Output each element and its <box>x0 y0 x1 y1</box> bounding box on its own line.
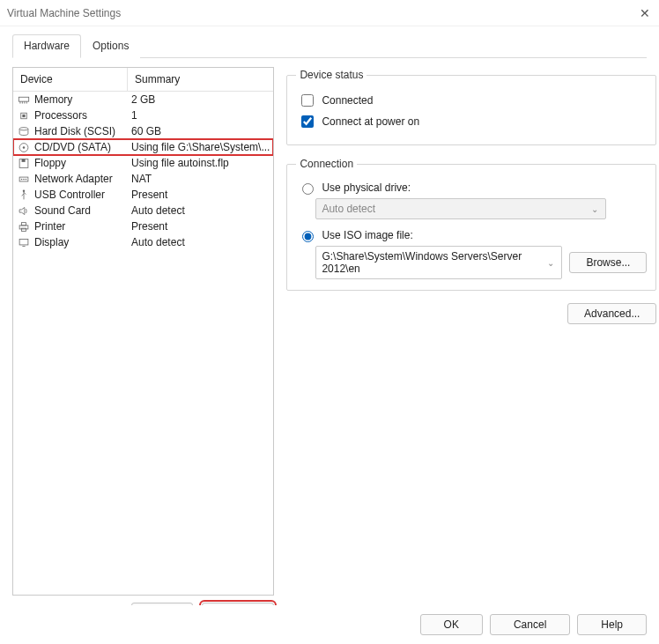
device-row[interactable]: DisplayAuto detect <box>13 234 273 250</box>
physical-radio-row[interactable]: Use physical drive: <box>298 181 645 195</box>
iso-label: Use ISO image file: <box>322 229 412 241</box>
svg-point-16 <box>23 189 25 191</box>
device-row[interactable]: CD/DVD (SATA)Using file G:\Share\System\… <box>13 139 273 155</box>
svg-rect-18 <box>22 222 26 225</box>
physical-radio[interactable] <box>302 183 314 195</box>
printer-icon <box>17 220 31 233</box>
device-name: Display <box>34 236 69 248</box>
svg-rect-6 <box>22 114 25 116</box>
display-icon <box>17 236 31 248</box>
device-status-legend: Device status <box>296 69 367 81</box>
device-name: Memory <box>34 93 72 106</box>
physical-drive-select: Auto detect ⌄ <box>315 198 606 219</box>
titlebar: Virtual Machine Settings ✕ <box>0 0 659 26</box>
device-row[interactable]: Memory2 GB <box>13 92 273 107</box>
device-name: Processors <box>34 109 87 122</box>
connected-checkbox[interactable] <box>301 94 314 107</box>
svg-point-9 <box>23 146 25 148</box>
chevron-down-icon: ⌄ <box>591 204 598 214</box>
svg-point-7 <box>19 127 28 130</box>
connection-group: Connection Use physical drive: Auto dete… <box>286 158 656 291</box>
device-name: Sound Card <box>34 204 91 217</box>
connection-legend: Connection <box>296 158 357 170</box>
cancel-button[interactable]: Cancel <box>490 614 570 635</box>
device-summary: Using file G:\Share\System\... <box>131 141 270 153</box>
device-row[interactable]: Hard Disk (SCSI)60 GB <box>13 123 273 139</box>
device-name: Hard Disk (SCSI) <box>34 125 115 137</box>
svg-rect-20 <box>19 239 28 245</box>
tab-hardware[interactable]: Hardware <box>12 34 81 58</box>
svg-rect-0 <box>19 97 28 101</box>
iso-radio[interactable] <box>302 231 314 242</box>
device-row[interactable]: Sound CardAuto detect <box>13 203 273 218</box>
help-button[interactable]: Help <box>577 614 647 635</box>
device-row[interactable]: PrinterPresent <box>13 218 273 234</box>
cpu-icon <box>17 109 31 122</box>
device-summary: Present <box>131 220 270 233</box>
physical-drive-value: Auto detect <box>322 203 375 215</box>
device-summary: 60 GB <box>131 125 270 137</box>
device-list: Device Summary Memory2 GBProcessors1Hard… <box>12 67 274 596</box>
net-icon <box>17 173 31 185</box>
device-row[interactable]: FloppyUsing file autoinst.flp <box>13 155 273 171</box>
window-title: Virtual Machine Settings <box>7 7 121 19</box>
connected-label: Connected <box>322 94 373 107</box>
tabs: Hardware Options <box>12 33 647 58</box>
usb-icon <box>17 189 31 201</box>
ok-button[interactable]: OK <box>420 614 483 635</box>
device-summary: Using file autoinst.flp <box>131 157 270 169</box>
device-summary: Present <box>131 189 270 201</box>
memory-icon <box>17 93 31 106</box>
device-row[interactable]: Processors1 <box>13 107 273 123</box>
connected-checkbox-row[interactable]: Connected <box>298 92 645 109</box>
device-name: Floppy <box>34 157 66 169</box>
header-summary[interactable]: Summary <box>128 68 273 91</box>
iso-file-select[interactable]: G:\Share\System\Windows Servers\Server 2… <box>315 246 562 279</box>
device-summary: Auto detect <box>131 236 270 248</box>
svg-point-14 <box>23 178 25 180</box>
header-device[interactable]: Device <box>13 68 128 91</box>
device-row[interactable]: USB ControllerPresent <box>13 187 273 203</box>
poweron-checkbox-row[interactable]: Connect at power on <box>298 113 645 130</box>
device-summary: NAT <box>131 173 270 185</box>
device-name: USB Controller <box>34 189 105 201</box>
device-name: Network Adapter <box>34 173 113 185</box>
iso-radio-row[interactable]: Use ISO image file: <box>298 228 645 242</box>
disk-icon <box>17 125 31 137</box>
device-summary: Auto detect <box>131 204 270 217</box>
device-name: Printer <box>34 220 65 233</box>
sound-icon <box>17 204 31 217</box>
device-status-group: Device status Connected Connect at power… <box>286 69 656 145</box>
device-summary: 2 GB <box>131 93 270 106</box>
poweron-checkbox[interactable] <box>301 115 314 128</box>
tab-options[interactable]: Options <box>81 34 140 58</box>
device-row[interactable]: Network AdapterNAT <box>13 171 273 187</box>
advanced-button[interactable]: Advanced... <box>567 303 656 324</box>
list-header: Device Summary <box>13 68 273 92</box>
chevron-down-icon[interactable]: ⌄ <box>547 258 554 268</box>
cd-icon <box>17 141 31 153</box>
svg-point-15 <box>26 178 27 180</box>
physical-label: Use physical drive: <box>322 181 411 194</box>
device-summary: 1 <box>131 109 270 122</box>
svg-rect-11 <box>22 159 26 161</box>
svg-point-13 <box>21 178 23 180</box>
dialog-footer: OK Cancel Help <box>0 605 659 644</box>
iso-file-value: G:\Share\System\Windows Servers\Server 2… <box>322 250 522 275</box>
browse-button[interactable]: Browse... <box>569 252 647 273</box>
close-icon[interactable]: ✕ <box>640 6 650 20</box>
floppy-icon <box>17 157 31 169</box>
poweron-label: Connect at power on <box>322 115 419 128</box>
device-name: CD/DVD (SATA) <box>34 141 111 153</box>
